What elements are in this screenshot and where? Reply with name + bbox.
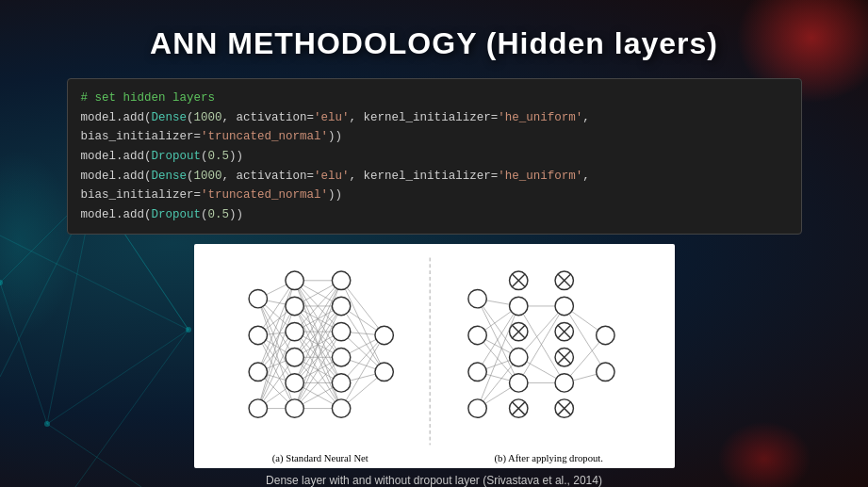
code-line-3: model.add(Dense(1000, activation='elu', … [81,167,788,205]
svg-point-106 [374,363,392,381]
svg-point-92 [249,399,267,417]
svg-point-101 [332,323,350,341]
svg-point-133 [467,399,485,417]
svg-point-137 [509,349,527,366]
svg-point-100 [332,298,350,316]
main-content: ANN METHODOLOGY (Hidden layers) # set hi… [0,0,868,487]
svg-text:(b) After applying dropout.: (b) After applying dropout. [494,453,602,464]
code-line-comment: # set hidden layers [81,89,788,108]
neural-net-diagram: (a) Standard Neural Net (b) After applyi… [204,244,665,468]
svg-point-132 [467,363,485,381]
code-comment-text: # set hidden layers [81,91,216,105]
code-line-1: model.add(Dense(1000, activation='elu', … [81,108,788,147]
svg-point-138 [509,374,527,392]
svg-point-90 [249,327,267,345]
svg-point-91 [249,363,267,381]
svg-point-103 [332,374,350,392]
svg-point-89 [249,290,267,308]
svg-point-131 [467,327,485,345]
svg-point-160 [596,327,614,345]
code-line-4: model.add(Dropout(0.5)) [81,205,788,225]
svg-point-94 [285,298,303,316]
svg-text:(a) Standard Neural Net: (a) Standard Neural Net [271,453,368,464]
svg-point-93 [285,271,303,289]
svg-point-102 [332,349,350,366]
code-line-2: model.add(Dropout(0.5)) [81,147,788,167]
svg-point-99 [332,271,350,289]
svg-point-104 [332,399,350,417]
svg-point-161 [596,363,614,381]
image-caption: Dense layer with and without dropout lay… [266,474,602,487]
code-block: # set hidden layers model.add(Dense(1000… [67,78,802,235]
svg-point-96 [285,349,303,366]
svg-point-98 [285,399,303,417]
svg-point-135 [509,298,527,316]
svg-point-150 [555,374,573,392]
code-model-add-1: model.add( [81,111,152,124]
svg-point-130 [467,290,485,308]
neural-net-image: (a) Standard Neural Net (b) After applyi… [194,244,675,468]
svg-point-97 [285,374,303,392]
svg-point-95 [285,323,303,341]
svg-point-105 [374,327,392,345]
svg-point-147 [555,298,573,316]
page-title: ANN METHODOLOGY (Hidden layers) [131,0,737,78]
